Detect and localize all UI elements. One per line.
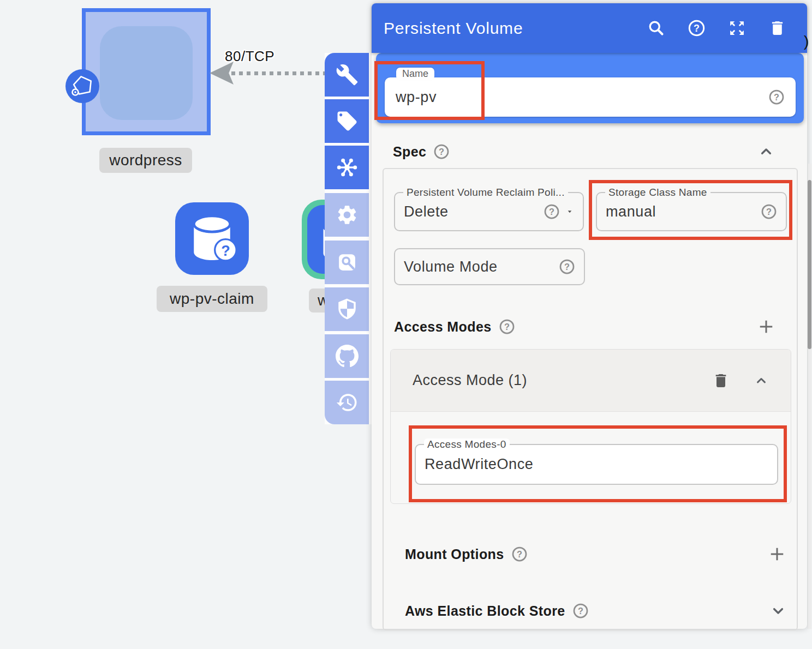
toolbar-button-settings[interactable] bbox=[325, 193, 369, 237]
panel-title: Persistent Volume bbox=[384, 19, 523, 38]
spec-section-body: Persistent Volume Reclaim Poli... Delete… bbox=[383, 168, 798, 630]
spec-heading: Spec bbox=[393, 144, 426, 160]
name-input[interactable]: wp-pv ? bbox=[385, 77, 796, 117]
node-label-wordpress-text: wordpress bbox=[109, 152, 182, 169]
toolbar-button-labels[interactable] bbox=[325, 99, 369, 143]
panel-scrollbar-thumb[interactable] bbox=[808, 180, 811, 349]
fullscreen-icon[interactable] bbox=[728, 19, 746, 37]
node-wordpress-inner bbox=[100, 26, 193, 120]
toolbar-button-github[interactable] bbox=[325, 334, 369, 378]
gear-icon bbox=[336, 203, 359, 226]
name-value: wp-pv bbox=[396, 89, 437, 106]
volume-mode-label: Volume Mode bbox=[404, 259, 498, 275]
storage-class-help-icon[interactable]: ? bbox=[761, 203, 777, 220]
volume-mode-field[interactable]: Volume Mode ? bbox=[394, 248, 585, 285]
access-modes-heading: Access Modes bbox=[394, 319, 492, 335]
svg-text:?: ? bbox=[694, 23, 700, 34]
svg-text:?: ? bbox=[578, 606, 583, 616]
aws-ebs-header: Aws Elastic Block Store ? bbox=[405, 598, 787, 623]
node-label-wp-pv-claim-text: wp-pv-claim bbox=[170, 290, 254, 308]
panel-header: Persistent Volume ? bbox=[372, 3, 807, 53]
search-icon[interactable] bbox=[647, 19, 665, 37]
mount-options-help-icon[interactable]: ? bbox=[511, 546, 528, 562]
mount-options-heading: Mount Options bbox=[405, 546, 504, 562]
history-icon bbox=[336, 391, 359, 414]
volume-mode-help-icon[interactable]: ? bbox=[559, 259, 575, 275]
name-help-icon[interactable]: ? bbox=[768, 89, 785, 105]
toolbar-button-history[interactable] bbox=[325, 381, 369, 424]
wrench-icon bbox=[336, 63, 359, 86]
access-modes-help-icon[interactable]: ? bbox=[499, 319, 515, 335]
access-modes-header: Access Modes ? bbox=[394, 314, 776, 339]
svg-text:?: ? bbox=[766, 207, 772, 217]
k8s-pod-badge-icon bbox=[65, 69, 100, 104]
toolbar-button-preview[interactable] bbox=[325, 241, 369, 284]
access-mode-0-value: ReadWriteOnce bbox=[425, 456, 533, 473]
node-label-wordpress: wordpress bbox=[99, 148, 192, 173]
hub-icon bbox=[336, 156, 359, 179]
mount-options-header: Mount Options ? bbox=[405, 542, 787, 567]
shield-icon bbox=[336, 298, 359, 321]
svg-text:?: ? bbox=[221, 243, 230, 259]
help-icon[interactable]: ? bbox=[688, 19, 706, 37]
svg-text:?: ? bbox=[564, 262, 570, 272]
node-label-wp-pv-claim: wp-pv-claim bbox=[157, 286, 267, 312]
toolbar-button-security[interactable] bbox=[325, 287, 369, 331]
dropdown-caret-icon bbox=[565, 207, 574, 216]
access-mode-0-input[interactable]: Access Modes-0 ReadWriteOnce bbox=[415, 444, 778, 485]
storage-class-value: manual bbox=[606, 203, 656, 220]
access-modes-add-icon[interactable] bbox=[756, 317, 776, 336]
svg-text:?: ? bbox=[439, 147, 444, 157]
app-window: wordpress 80/TCP w ? wp-pv-claim bbox=[0, 0, 812, 649]
clipped-edge-text: ) bbox=[804, 33, 809, 50]
panel-header-actions: ? bbox=[647, 19, 795, 37]
access-mode-card-header[interactable]: Access Mode (1) bbox=[391, 350, 791, 412]
preview-search-icon bbox=[336, 251, 359, 274]
github-icon bbox=[336, 345, 359, 368]
reclaim-policy-label: Persistent Volume Reclaim Poli... bbox=[403, 187, 568, 199]
access-mode-card-title: Access Mode (1) bbox=[413, 372, 527, 389]
toolbar-button-network[interactable] bbox=[325, 146, 369, 189]
access-mode-card: Access Mode (1) Access Modes-0 ReadWrite… bbox=[390, 349, 791, 504]
delete-icon[interactable] bbox=[768, 19, 786, 37]
svg-text:?: ? bbox=[517, 549, 522, 559]
node-wordpress[interactable] bbox=[82, 8, 211, 135]
reclaim-policy-select[interactable]: Persistent Volume Reclaim Poli... Delete… bbox=[394, 192, 584, 231]
edge-label: 80/TCP bbox=[225, 48, 274, 65]
edge-dotted-line bbox=[231, 71, 325, 75]
name-field-label: Name bbox=[396, 68, 434, 80]
aws-ebs-help-icon[interactable]: ? bbox=[572, 603, 589, 619]
storage-class-input[interactable]: Storage Class Name manual ? bbox=[596, 192, 787, 231]
spec-section-header: Spec ? bbox=[393, 139, 775, 164]
properties-panel: Persistent Volume ? bbox=[372, 3, 807, 629]
access-mode-delete-icon[interactable] bbox=[712, 372, 730, 389]
mount-options-add-icon[interactable] bbox=[767, 544, 787, 564]
reclaim-policy-help-icon[interactable]: ? bbox=[544, 203, 560, 220]
spec-collapse-chevron-up-icon[interactable] bbox=[757, 143, 775, 160]
storage-class-label: Storage Class Name bbox=[605, 187, 710, 199]
tag-icon bbox=[336, 110, 359, 133]
spec-help-icon[interactable]: ? bbox=[433, 143, 450, 160]
aws-ebs-expand-chevron-down-icon[interactable] bbox=[769, 602, 787, 620]
svg-text:?: ? bbox=[504, 322, 510, 332]
name-section: wp-pv ? Name bbox=[376, 53, 804, 123]
access-mode-0-label: Access Modes-0 bbox=[424, 438, 510, 450]
database-question-icon: ? bbox=[175, 202, 249, 275]
aws-ebs-heading: Aws Elastic Block Store bbox=[405, 603, 565, 619]
node-wp-pv-claim[interactable]: ? bbox=[175, 202, 249, 275]
edge-arrowhead-icon bbox=[210, 62, 234, 85]
access-mode-collapse-chevron-up-icon[interactable] bbox=[754, 373, 769, 388]
reclaim-policy-value: Delete bbox=[404, 203, 449, 220]
svg-text:?: ? bbox=[549, 207, 554, 217]
svg-text:?: ? bbox=[774, 92, 779, 102]
toolbar-button-tools[interactable] bbox=[325, 53, 369, 97]
